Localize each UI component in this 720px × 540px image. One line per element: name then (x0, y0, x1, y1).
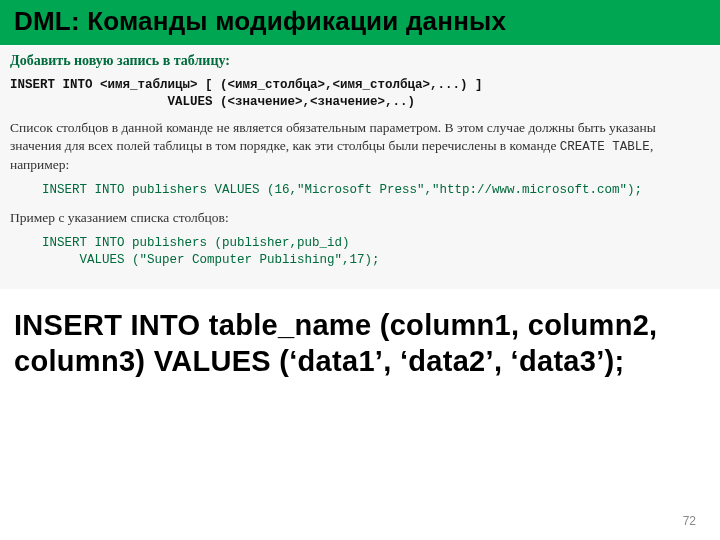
section-subtitle: Добавить новую запись в таблицу: (10, 52, 710, 71)
large-syntax-summary: INSERT INTO table_name (column1, column2… (0, 289, 720, 380)
example-2: INSERT INTO publishers (publisher,pub_id… (42, 235, 710, 269)
insert-syntax-block: INSERT INTO <имя_таблицы> [ (<имя_столбц… (10, 77, 710, 111)
syntax-line-1: INSERT INTO <имя_таблицы> [ (<имя_столбц… (10, 78, 483, 92)
example-2-line-2: VALUES ("Super Computer Publishing",17); (42, 253, 380, 267)
slide-content: Добавить новую запись в таблицу: INSERT … (0, 46, 720, 289)
slide-header: DML: Команды модификации данных (0, 0, 720, 46)
example-2-intro: Пример с указанием списка столбцов: (10, 209, 710, 227)
page-number: 72 (683, 514, 696, 528)
example-1: INSERT INTO publishers VALUES (16,"Micro… (42, 182, 710, 199)
slide-title: DML: Команды модификации данных (14, 6, 706, 37)
syntax-line-2: VALUES (<значение>,<значение>,..) (10, 95, 415, 109)
explanation-paragraph: Список столбцов в данной команде не явля… (10, 119, 710, 174)
example-2-line-1: INSERT INTO publishers (publisher,pub_id… (42, 236, 350, 250)
create-table-keyword: CREATE TABLE (560, 140, 650, 154)
